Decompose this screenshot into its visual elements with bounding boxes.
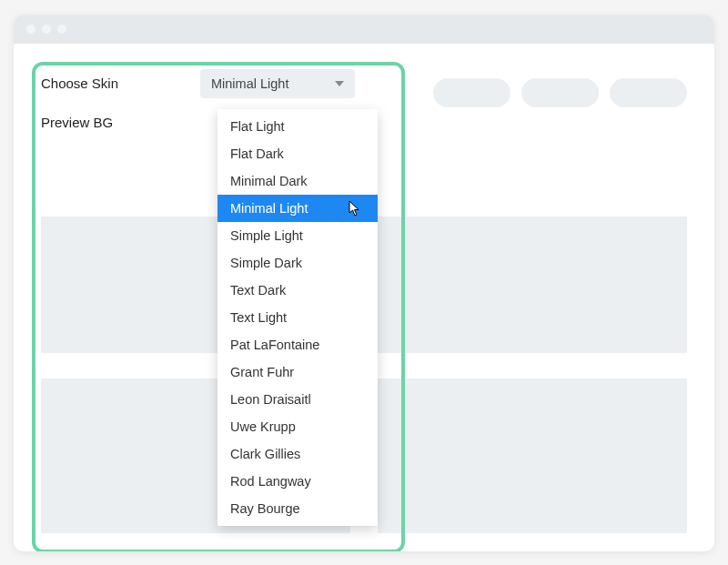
dropdown-item[interactable]: Minimal Dark — [217, 167, 378, 195]
select-value: Minimal Light — [211, 76, 288, 91]
dropdown-item[interactable]: Rod Langway — [217, 468, 378, 495]
dropdown-item-label: Ray Bourge — [230, 501, 300, 516]
choose-skin-select[interactable]: Minimal Light — [200, 69, 355, 98]
dropdown-item-label: Uwe Krupp — [230, 419, 296, 434]
preview-placeholder-small — [378, 378, 687, 533]
dropdown-item[interactable]: Pat LaFontaine — [217, 331, 378, 358]
dropdown-item-label: Simple Dark — [230, 256, 302, 270]
dropdown-item[interactable]: Clark Gillies — [217, 440, 378, 468]
window-control-dot[interactable] — [42, 25, 51, 34]
dropdown-item[interactable]: Simple Light — [217, 222, 378, 249]
cursor-icon — [349, 200, 361, 219]
dropdown-item-label: Flat Dark — [230, 146, 284, 161]
dropdown-item-label: Minimal Dark — [230, 174, 308, 188]
dropdown-item[interactable]: Simple Dark — [217, 249, 378, 277]
dropdown-item[interactable]: Uwe Krupp — [217, 413, 378, 440]
dropdown-item[interactable]: Leon Draisaitl — [217, 386, 378, 413]
dropdown-item[interactable]: Grant Fuhr — [217, 358, 378, 386]
chevron-down-icon — [335, 81, 344, 86]
dropdown-item-label: Text Light — [230, 310, 287, 325]
window-titlebar — [14, 15, 714, 44]
dropdown-item[interactable]: Flat Light — [217, 113, 378, 140]
dropdown-item[interactable]: Ray Bourge — [217, 495, 378, 522]
dropdown-item[interactable]: Text Dark — [217, 277, 378, 304]
choose-skin-label: Choose Skin — [41, 76, 200, 91]
dropdown-item-label: Grant Fuhr — [230, 365, 294, 379]
app-window: Choose Skin Minimal Light Preview BG Fla… — [14, 15, 714, 551]
dropdown-item[interactable]: Flat Dark — [217, 140, 378, 167]
dropdown-item[interactable]: Text Light — [217, 304, 378, 331]
window-content: Choose Skin Minimal Light Preview BG Fla… — [14, 44, 714, 551]
dropdown-item-label: Minimal Light — [230, 201, 308, 216]
window-control-dot[interactable] — [57, 25, 66, 34]
choose-skin-row: Choose Skin Minimal Light — [41, 69, 687, 98]
dropdown-item-label: Pat LaFontaine — [230, 338, 319, 352]
skin-dropdown: Flat LightFlat DarkMinimal DarkMinimal L… — [217, 109, 378, 526]
dropdown-item-label: Flat Light — [230, 119, 285, 134]
dropdown-item-label: Clark Gillies — [230, 447, 300, 461]
window-control-dot[interactable] — [26, 25, 35, 34]
dropdown-item-label: Leon Draisaitl — [230, 392, 311, 407]
preview-bg-label: Preview BG — [41, 115, 200, 130]
dropdown-item-label: Text Dark — [230, 283, 286, 298]
dropdown-item[interactable]: Minimal Light — [217, 195, 378, 222]
dropdown-item-label: Simple Light — [230, 228, 303, 243]
dropdown-item-label: Rod Langway — [230, 474, 311, 489]
